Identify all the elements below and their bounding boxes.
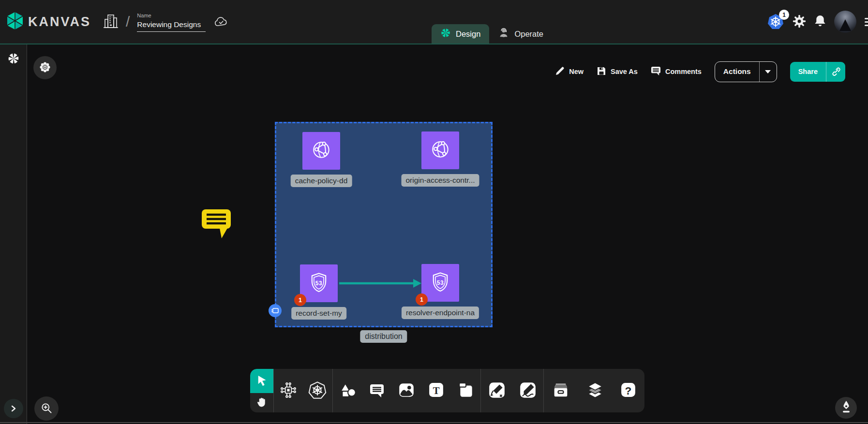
annotation-tools: T: [333, 369, 481, 412]
settings-button[interactable]: [793, 15, 806, 29]
select-cursor-tool[interactable]: [250, 369, 273, 393]
kubernetes-context-button[interactable]: 1: [767, 13, 784, 30]
design-name-input[interactable]: [137, 19, 206, 32]
shield-number: 53: [315, 280, 322, 287]
shapes-icon: [339, 381, 357, 401]
tab-design-label: Design: [456, 29, 480, 39]
node-record-set[interactable]: 53 1 record-set-my: [300, 264, 338, 302]
svg-text:T: T: [433, 385, 439, 396]
avatar-figure: [839, 19, 851, 31]
sidebar-expand-button[interactable]: [4, 399, 23, 418]
pencil-sketch-tool[interactable]: [519, 381, 537, 401]
pencil-sketch-icon: [519, 381, 537, 401]
user-avatar[interactable]: [834, 11, 856, 33]
node-label: record-set-my: [291, 307, 346, 320]
screen-bottom-edge: [0, 422, 868, 423]
logo-wordmark: KANVAS: [28, 15, 91, 29]
organization-button[interactable]: [104, 13, 118, 31]
share-label: Share: [790, 62, 826, 82]
left-sidebar: [0, 44, 27, 424]
kubernetes-tool[interactable]: [308, 380, 327, 401]
tab-operate[interactable]: Operate: [489, 24, 552, 44]
actions-dropdown-button[interactable]: Actions: [715, 61, 777, 82]
pencil-new-icon: [555, 66, 565, 77]
new-button[interactable]: New: [555, 66, 584, 77]
settings-gear-icon: [793, 15, 806, 29]
pen-path-tool[interactable]: [488, 381, 506, 401]
comments-label: Comments: [665, 68, 702, 75]
archive-tool[interactable]: [551, 380, 570, 401]
kanvas-logo[interactable]: KANVAS: [7, 12, 91, 32]
layers-tool[interactable]: [585, 380, 605, 401]
infrastructure-tools: [274, 369, 332, 412]
error-count-badge[interactable]: 1: [294, 294, 306, 306]
image-tool[interactable]: [397, 381, 416, 401]
utility-tools: ?: [544, 369, 644, 412]
app-header: KANVAS / Name: [0, 0, 868, 44]
menu-icon[interactable]: [865, 18, 868, 26]
pointer-tools: [250, 369, 273, 412]
text-icon: T: [427, 381, 445, 400]
node-origin-access-control[interactable]: origin-access-contr...: [421, 132, 459, 169]
header-right: 1: [767, 0, 868, 44]
pen-path-icon: [488, 381, 506, 401]
image-icon: [397, 381, 416, 401]
drawing-tools: [481, 369, 543, 412]
help-tool[interactable]: ?: [619, 381, 637, 400]
share-link-icon[interactable]: [826, 62, 845, 82]
notifications-button[interactable]: [814, 15, 826, 29]
layers-icon: [585, 380, 605, 401]
comments-button[interactable]: Comments: [651, 66, 702, 77]
node-label: origin-access-contr...: [402, 174, 479, 187]
node-cache-policy[interactable]: cache-policy-dd: [302, 132, 340, 170]
cloud-saved-icon: [214, 16, 228, 27]
kubernetes-context-icon: [767, 24, 784, 32]
bottom-toolbar: T: [250, 369, 644, 412]
meshery-swirl-icon[interactable]: [7, 52, 20, 67]
canvas-actions-row: New Save As: [555, 61, 845, 82]
kubernetes-helm-icon: [308, 380, 327, 401]
zoom-in-button[interactable]: [34, 396, 59, 421]
pan-hand-tool[interactable]: [250, 393, 273, 412]
node-label: cache-policy-dd: [291, 175, 352, 187]
comment-tool[interactable]: [368, 381, 386, 400]
save-as-button[interactable]: Save As: [597, 66, 638, 77]
error-count-badge[interactable]: 1: [416, 293, 428, 306]
name-field-label: Name: [137, 13, 206, 18]
operate-headset-icon: [498, 27, 509, 41]
node-resolver-endpoint[interactable]: 53 1 resolver-endpoint-na: [421, 264, 459, 302]
sticky-note-tool[interactable]: [457, 381, 475, 401]
edge-record-to-resolver: [338, 276, 423, 291]
shapes-tool[interactable]: [339, 381, 357, 401]
svg-text:?: ?: [625, 385, 631, 397]
pen-nib-button[interactable]: [835, 397, 857, 419]
dropdown-caret-icon[interactable]: [759, 62, 777, 82]
breadcrumb-separator: /: [126, 14, 130, 30]
design-canvas[interactable]: New Save As: [27, 44, 868, 424]
design-name-field: Name: [137, 13, 206, 32]
design-swirl-icon: [440, 28, 451, 40]
comment-marker-icon[interactable]: [201, 209, 231, 241]
infrastructure-tool[interactable]: [279, 381, 298, 401]
text-tool[interactable]: T: [427, 381, 445, 400]
infrastructure-circuit-icon: [279, 381, 298, 401]
cloudfront-globe-icon: [429, 138, 451, 162]
share-button[interactable]: Share: [790, 62, 845, 82]
save-as-label: Save As: [611, 68, 638, 75]
comments-bubble-icon: [651, 66, 661, 77]
help-icon: ?: [619, 381, 637, 400]
zoom-in-icon: [40, 402, 53, 416]
selection-handle-icon[interactable]: [269, 304, 282, 317]
pan-hand-icon: [256, 396, 268, 409]
kubernetes-context-count-badge: 1: [779, 10, 789, 20]
selection-group-distribution[interactable]: cache-policy-dd origin-access-contr... 5…: [275, 122, 493, 327]
tab-design[interactable]: Design: [432, 24, 489, 44]
sticky-note-icon: [457, 381, 475, 401]
mode-tabs: Design Operate: [432, 24, 552, 44]
flower-widget-icon: [39, 61, 51, 74]
group-label-distribution: distribution: [360, 330, 407, 343]
flower-widget-button[interactable]: [33, 56, 57, 79]
select-cursor-icon: [255, 374, 268, 388]
new-label: New: [569, 68, 584, 75]
archive-drawer-icon: [551, 380, 570, 401]
